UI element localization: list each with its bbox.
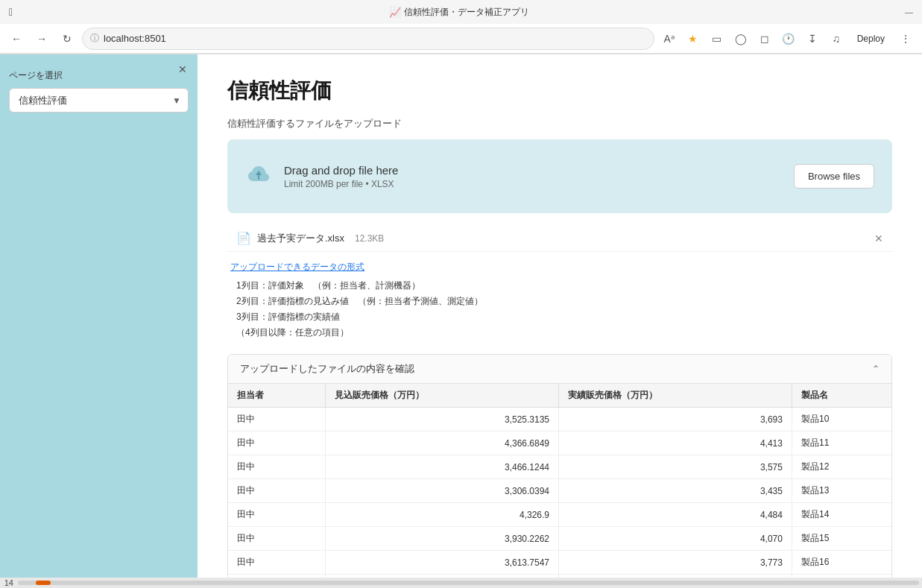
file-name: 過去予実データ.xlsx: [257, 232, 344, 245]
table-body: 田中3,525.31353,693製品10田中4,366.68494,413製品…: [228, 408, 891, 589]
data-table: 担当者 見込販売価格（万円） 実績販売価格（万円） 製品名 田中3,525.31…: [228, 384, 891, 588]
table-cell: 製品12: [792, 455, 891, 479]
format-info-link[interactable]: アップロードできるデータの形式: [230, 261, 889, 274]
table-cell: 製品16: [792, 551, 891, 575]
table-cell: 製品15: [792, 527, 891, 551]
table-cell: 3,466.1244: [326, 455, 559, 479]
translate-button[interactable]: Aᵃ: [659, 28, 680, 49]
upload-limit-text: Limit 200MB per file • XLSX: [284, 179, 398, 189]
table-row: 田中3,613.75473,773製品16: [228, 551, 891, 575]
main-content: 信頼性評価 信頼性評価するファイルをアップロード Drag and drop f…: [198, 54, 922, 588]
file-size: 12.3KB: [355, 233, 384, 244]
browse-files-button[interactable]: Browse files: [794, 164, 874, 189]
table-row: 田中3,466.12443,575製品12: [228, 455, 891, 479]
table-cell: 4,484: [559, 503, 792, 527]
sidebar-label: ページを選択: [9, 69, 189, 82]
upload-cloud-icon: [245, 160, 272, 192]
nav-bar: ← → ↻ ⓘ localhost:8501 Aᵃ ★ ▭ ◯ ◻ 🕐 ↧ ♫ …: [0, 24, 922, 54]
table-cell: 3,773: [559, 551, 792, 575]
table-row: 田中3,525.31353,693製品10: [228, 408, 891, 431]
table-cell: 製品10: [792, 408, 891, 431]
table-row: 田中3,306.03943,435製品13: [228, 479, 891, 503]
chevron-up-icon: ⌃: [872, 364, 880, 374]
format-info: アップロードできるデータの形式 1列目：評価対象 （例：担当者、計測機器） 2列…: [227, 261, 892, 339]
content-preview: アップロードしたファイルの内容を確認 ⌃ 担当者 見込販売価格（万円） 実績販売…: [227, 354, 892, 588]
table-cell: 3,613.7547: [326, 551, 559, 575]
split-view-button[interactable]: ▭: [707, 28, 727, 49]
download-button[interactable]: ↧: [802, 28, 823, 49]
table-cell: 田中: [228, 431, 326, 455]
back-button[interactable]: ←: [6, 28, 27, 49]
file-icon: 📄: [236, 231, 251, 245]
table-cell: 4,070: [559, 527, 792, 551]
file-remove-button[interactable]: ✕: [874, 233, 883, 244]
file-info: 📄 過去予実データ.xlsx 12.3KB: [236, 231, 384, 245]
table-cell: 田中: [228, 455, 326, 479]
format-col4: （4列目以降：任意の項目）: [230, 326, 889, 339]
preview-header[interactable]: アップロードしたファイルの内容を確認 ⌃: [228, 355, 891, 384]
scrollbar-thumb[interactable]: [36, 581, 51, 585]
scroll-number: 14: [3, 578, 18, 587]
nav-actions: Aᵃ ★ ▭ ◯ ◻ 🕐 ↧ ♫ Deploy ⋮: [659, 28, 916, 49]
table-cell: 3,525.3135: [326, 408, 559, 431]
share-button[interactable]: ♫: [826, 28, 847, 49]
upload-zone-left: Drag and drop file here Limit 200MB per …: [245, 160, 398, 192]
table-cell: 田中: [228, 551, 326, 575]
history-button[interactable]: 🕐: [778, 28, 799, 49]
format-col3: 3列目：評価指標の実績値: [230, 311, 889, 323]
table-cell: 製品13: [792, 479, 891, 503]
table-row: 田中3,930.22624,070製品15: [228, 527, 891, 551]
upload-text-block: Drag and drop file here Limit 200MB per …: [284, 164, 398, 189]
upload-subtitle: 信頼性評価するファイルをアップロード: [227, 117, 892, 130]
app-layout: ✕ ページを選択 信頼性評価 ▼ 信頼性評価 信頼性評価するファイルをアップロー…: [0, 54, 922, 588]
add-to-reading-button[interactable]: ◯: [730, 28, 751, 49]
table-cell: 田中: [228, 479, 326, 503]
table-header-row: 担当者 見込販売価格（万円） 実績販売価格（万円） 製品名: [228, 384, 891, 408]
sidebar-button[interactable]: ◻: [754, 28, 775, 49]
preview-header-label: アップロードしたファイルの内容を確認: [240, 362, 414, 376]
page-title: 信頼性評価: [227, 77, 892, 105]
table-cell: 4,326.9: [326, 503, 559, 527]
table-cell: 田中: [228, 408, 326, 431]
scrollbar-track[interactable]: [18, 581, 919, 585]
forward-button[interactable]: →: [31, 28, 52, 49]
col-header-2: 見込販売価格（万円）: [326, 384, 559, 408]
col-header-1: 担当者: [228, 384, 326, 408]
refresh-button[interactable]: ↻: [57, 28, 78, 49]
title-bar:  📈 信頼性評価・データ補正アプリ —: [0, 0, 922, 24]
format-col2: 2列目：評価指標の見込み値 （例：担当者予測値、測定値）: [230, 295, 889, 308]
upload-zone[interactable]: Drag and drop file here Limit 200MB per …: [227, 139, 892, 213]
table-cell: 3,930.2262: [326, 527, 559, 551]
bookmark-button[interactable]: ★: [683, 28, 704, 49]
table-cell: 製品14: [792, 503, 891, 527]
drag-drop-text: Drag and drop file here: [284, 164, 398, 177]
format-col1: 1列目：評価対象 （例：担当者、計測機器）: [230, 279, 889, 292]
uploaded-file: 📄 過去予実データ.xlsx 12.3KB ✕: [227, 225, 892, 252]
table-row: 田中4,326.94,484製品14: [228, 503, 891, 527]
table-cell: 4,413: [559, 431, 792, 455]
col-header-3: 実績販売価格（万円）: [559, 384, 792, 408]
table-cell: 田中: [228, 527, 326, 551]
table-cell: 製品11: [792, 431, 891, 455]
window-title: 信頼性評価・データ補正アプリ: [404, 6, 529, 19]
page-select[interactable]: 信頼性評価: [9, 88, 189, 113]
bottom-scrollbar[interactable]: 14: [0, 578, 922, 588]
table-cell: 3,435: [559, 479, 792, 503]
table-container: 担当者 見込販売価格（万円） 実績販売価格（万円） 製品名 田中3,525.31…: [228, 384, 891, 588]
page-select-wrapper[interactable]: 信頼性評価 ▼: [9, 88, 189, 113]
table-row: 田中4,366.68494,413製品11: [228, 431, 891, 455]
window-controls[interactable]: —: [905, 7, 913, 16]
table-cell: 3,575: [559, 455, 792, 479]
more-button[interactable]: ⋮: [895, 28, 916, 49]
table-cell: 3,693: [559, 408, 792, 431]
security-icon: ⓘ: [90, 32, 99, 45]
table-cell: 3,306.0394: [326, 479, 559, 503]
sidebar-close-button[interactable]: ✕: [175, 62, 190, 77]
browser-chrome:  📈 信頼性評価・データ補正アプリ — ← → ↻ ⓘ localhost:8…: [0, 0, 922, 54]
table-cell: 4,366.6849: [326, 431, 559, 455]
deploy-button[interactable]: Deploy: [850, 31, 892, 47]
sidebar: ✕ ページを選択 信頼性評価 ▼: [0, 54, 198, 588]
title-bar-center: 📈 信頼性評価・データ補正アプリ: [13, 6, 905, 19]
table-cell: 田中: [228, 503, 326, 527]
address-bar[interactable]: ⓘ localhost:8501: [82, 28, 654, 50]
